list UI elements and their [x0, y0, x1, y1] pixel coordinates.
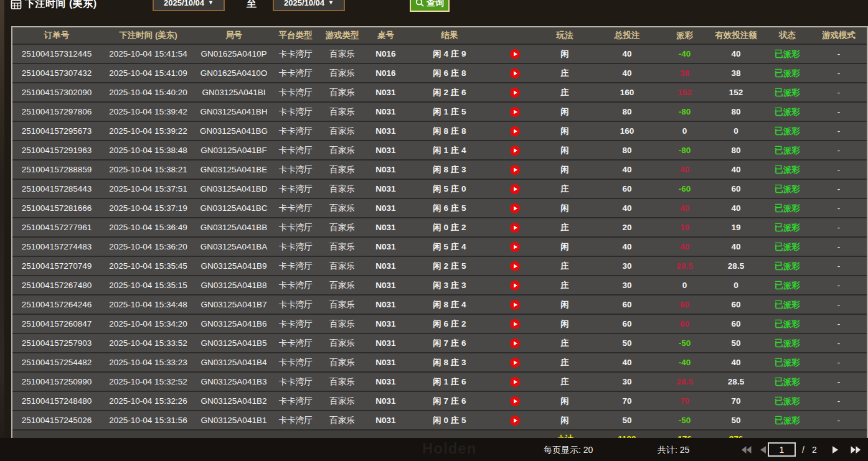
cell-order_no: 251004157250990 — [12, 373, 101, 391]
query-button-label: 查询 — [427, 0, 444, 9]
cell-total_bet: 40 — [593, 199, 661, 217]
date-range-to-label: 至 — [247, 0, 257, 11]
video-play-icon[interactable] — [493, 296, 537, 314]
video-play-icon[interactable] — [493, 64, 537, 82]
table-row: 2510041572579032025-10-04 15:33:52GN0312… — [12, 333, 867, 352]
cell-total_bet: 40 — [593, 353, 661, 371]
cell-game_mode: - — [811, 83, 867, 101]
video-play-icon[interactable] — [493, 83, 537, 101]
table-row: 2510041572674802025-10-04 15:35:15GN0312… — [12, 275, 867, 294]
cell-valid_bet: 40 — [708, 199, 764, 217]
table-row: 2510041572978062025-10-04 15:39:42GN0312… — [12, 101, 867, 121]
cell-valid_bet: 28.5 — [708, 257, 764, 275]
col-header-game_mode: 游戏模式 — [811, 27, 867, 44]
search-icon — [415, 0, 425, 7]
video-play-icon[interactable] — [493, 180, 537, 198]
cell-result: 闲 1 庄 6 — [406, 373, 493, 391]
cell-valid_bet: 80 — [708, 103, 764, 121]
cell-payout: 28.5 — [661, 257, 708, 275]
cell-platform: 卡卡湾厅 — [272, 218, 319, 236]
table-row: 2510041572509902025-10-04 15:32:52GN0312… — [12, 371, 867, 391]
cell-total_bet: 160 — [593, 83, 661, 101]
cell-payout: 40 — [661, 199, 708, 217]
video-play-icon[interactable] — [493, 353, 537, 371]
cell-table_no: N031 — [366, 161, 406, 179]
table-row: 2510041572888592025-10-04 15:38:21GN0312… — [12, 159, 867, 179]
cell-game_mode: - — [811, 122, 867, 140]
cell-payout: -80 — [661, 103, 708, 121]
video-play-icon[interactable] — [493, 141, 537, 159]
video-play-icon[interactable] — [493, 315, 537, 333]
col-header-order_no: 订单号 — [12, 27, 101, 44]
prev-page-button[interactable] — [760, 446, 766, 454]
cell-bet_time: 2025-10-04 15:31:56 — [101, 411, 196, 429]
cell-total_bet: 30 — [593, 257, 661, 275]
cell-status: 已派彩 — [764, 315, 811, 333]
video-play-icon[interactable] — [493, 103, 537, 121]
video-play-icon[interactable] — [493, 276, 537, 294]
cell-status: 已派彩 — [764, 392, 811, 410]
cell-bet_time: 2025-10-04 15:35:15 — [101, 276, 196, 294]
date-to-select[interactable]: 2025/10/04 ▼ — [273, 0, 345, 11]
video-play-icon[interactable] — [493, 238, 537, 256]
cell-platform: 卡卡湾厅 — [272, 64, 319, 82]
video-play-icon[interactable] — [493, 392, 537, 410]
cell-order_no: 251004157245026 — [12, 411, 101, 429]
video-play-icon[interactable] — [493, 122, 537, 140]
cell-round_no: GN03125A041B1 — [196, 411, 272, 429]
video-play-icon[interactable] — [493, 199, 537, 217]
video-play-icon[interactable] — [493, 373, 537, 391]
video-play-icon[interactable] — [493, 161, 537, 179]
cell-game_mode: - — [811, 257, 867, 275]
cell-round_no: GN03125A041B5 — [196, 334, 272, 352]
cell-round_no: GN03125A041BC — [196, 199, 272, 217]
cell-game_type: 百家乐 — [319, 353, 366, 371]
cell-result: 闲 5 庄 4 — [406, 238, 493, 256]
video-play-icon[interactable] — [493, 257, 537, 275]
page-number-input[interactable] — [768, 442, 796, 457]
cell-payout: -50 — [661, 411, 708, 429]
table-row: 2510041572484802025-10-04 15:32:26GN0312… — [12, 391, 867, 410]
video-play-icon[interactable] — [493, 334, 537, 352]
cell-table_no: N031 — [366, 411, 406, 429]
cell-table_no: N031 — [366, 276, 406, 294]
cell-round_no: GN01625A0410P — [196, 45, 272, 63]
col-header-video — [493, 27, 537, 44]
cell-result: 闲 3 庄 3 — [406, 276, 493, 294]
cell-bet_time: 2025-10-04 15:36:20 — [101, 238, 196, 256]
cell-play: 庄 — [537, 83, 593, 101]
cell-game_type: 百家乐 — [319, 45, 366, 63]
cell-status: 已派彩 — [764, 161, 811, 179]
cell-platform: 卡卡湾厅 — [272, 392, 319, 410]
query-button[interactable]: 查询 — [410, 0, 450, 12]
video-play-icon[interactable] — [493, 411, 537, 429]
table-row: 2510041572608472025-10-04 15:34:20GN0312… — [12, 314, 867, 333]
cell-status: 已派彩 — [764, 296, 811, 314]
next-page-button[interactable] — [833, 446, 838, 454]
cell-round_no: GN03125A041B4 — [196, 353, 272, 371]
last-page-button[interactable] — [851, 446, 861, 454]
cell-platform: 卡卡湾厅 — [272, 180, 319, 198]
cell-status: 已派彩 — [764, 238, 811, 256]
cell-platform: 卡卡湾厅 — [272, 334, 319, 352]
cell-status: 已派彩 — [764, 83, 811, 101]
cell-order_no: 251004157248480 — [12, 392, 101, 410]
cell-payout: -60 — [661, 180, 708, 198]
cell-result: 闲 7 庄 6 — [406, 334, 493, 352]
cell-order_no: 251004157297806 — [12, 103, 101, 121]
video-play-icon[interactable] — [493, 218, 537, 236]
cell-total_bet: 60 — [593, 180, 661, 198]
cell-payout: -40 — [661, 45, 708, 63]
cell-round_no: GN03125A041B2 — [196, 392, 272, 410]
cell-payout: 152 — [661, 83, 708, 101]
table-header-row: 订单号下注时间 (美东)局号平台类型游戏类型桌号结果玩法总投注派彩有效投注额状态… — [12, 27, 867, 44]
first-page-button[interactable] — [741, 446, 752, 454]
cell-table_no: N031 — [366, 180, 406, 198]
page-left-edge — [0, 0, 4, 461]
cell-game_type: 百家乐 — [319, 373, 366, 391]
video-play-icon[interactable] — [493, 45, 537, 63]
cell-round_no: GN03125A041B9 — [196, 257, 272, 275]
col-header-status: 状态 — [764, 27, 811, 44]
date-from-select[interactable]: 2025/10/04 ▼ — [153, 0, 225, 11]
cell-result: 闲 1 庄 5 — [406, 103, 493, 121]
